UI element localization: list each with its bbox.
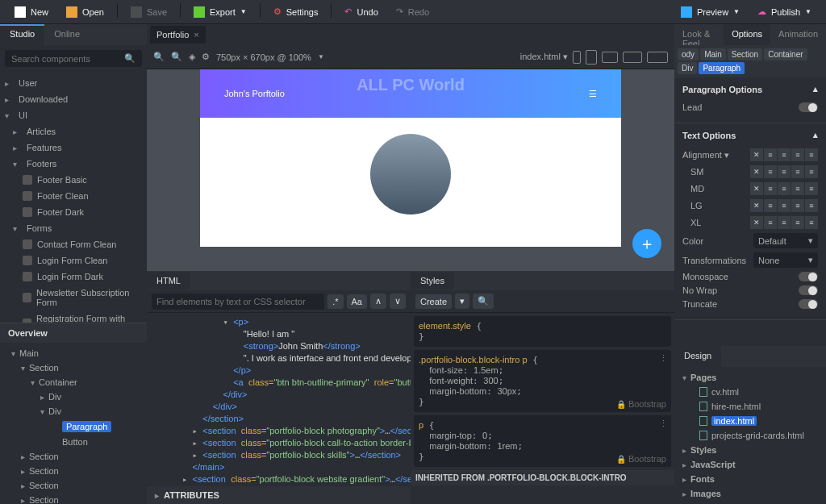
redo-button[interactable]: ↷Redo	[388, 3, 437, 21]
collapse-icon[interactable]: ▴	[813, 130, 818, 140]
device-tablet-icon[interactable]	[586, 50, 597, 65]
align-none[interactable]: ✕	[750, 148, 763, 161]
design-group[interactable]: Fonts	[674, 472, 826, 486]
tab-styles[interactable]: Styles	[411, 272, 454, 289]
crumb[interactable]: Section	[728, 48, 762, 60]
style-block-2[interactable]: ⋮ p { margin-top: 0; margin-bottom: 1rem…	[414, 415, 671, 467]
component-tree[interactable]: UserDownloadedUIArticlesFeaturesFootersF…	[0, 72, 147, 323]
component-item[interactable]: Login Form Dark	[0, 269, 147, 285]
lg-l[interactable]: ≡	[764, 199, 777, 212]
design-tree[interactable]: Pagescv.htmlhire-me.htmlindex.htmlprojec…	[674, 367, 826, 504]
component-item[interactable]: Newsletter Subscription Form	[0, 285, 147, 310]
save-button[interactable]: Save	[123, 3, 175, 21]
undo-button[interactable]: ↶Undo	[336, 3, 386, 21]
overview-item[interactable]: Div	[0, 389, 147, 404]
transformations-select[interactable]: None▾	[753, 252, 818, 268]
tab-html[interactable]: HTML	[147, 272, 190, 289]
lg-r[interactable]: ≡	[791, 199, 804, 212]
md-j[interactable]: ≡	[805, 182, 818, 195]
crumb[interactable]: Paragraph	[699, 62, 745, 74]
tab-online[interactable]: Online	[44, 24, 90, 45]
more-icon[interactable]: ⋮	[659, 353, 668, 364]
page-dropdown[interactable]: index.html ▾	[520, 52, 568, 62]
tab-look-feel[interactable]: Look & Feel	[674, 24, 724, 45]
overview-tree[interactable]: MainSectionContainerDivDivParagraphButto…	[0, 343, 147, 504]
prev-button[interactable]: ∧	[370, 294, 386, 309]
md-none[interactable]: ✕	[750, 182, 763, 195]
style-block-element[interactable]: element.style {}	[414, 316, 671, 347]
breadcrumb[interactable]: odyMainSectionContainerDivParagraph	[674, 45, 826, 77]
md-r[interactable]: ≡	[791, 182, 804, 195]
zoom-info[interactable]: 750px × 670px @ 100%	[216, 52, 311, 62]
html-code[interactable]: ▾ <p> "Hello! I am " <strong>John Smith<…	[147, 313, 411, 486]
new-button[interactable]: New	[6, 3, 56, 21]
attributes-header[interactable]: ATTRIBUTES	[147, 486, 411, 504]
preview-button[interactable]: Preview▼	[673, 3, 748, 21]
more-icon[interactable]: ⋮	[659, 419, 668, 429]
open-button[interactable]: Open	[58, 3, 112, 21]
xl-c[interactable]: ≡	[778, 216, 791, 229]
settings-button[interactable]: ⚙Settings	[265, 3, 327, 21]
sm-c[interactable]: ≡	[778, 165, 791, 178]
crumb[interactable]: Div	[678, 62, 697, 74]
device-mobile-icon[interactable]	[573, 51, 581, 64]
zoom-in-icon[interactable]: 🔍	[171, 52, 182, 62]
color-select[interactable]: Default▾	[753, 233, 818, 248]
align-justify[interactable]: ≡	[805, 148, 818, 161]
monospace-toggle[interactable]	[799, 272, 818, 281]
md-c[interactable]: ≡	[778, 182, 791, 195]
zoom-out-icon[interactable]: 🔍	[153, 52, 165, 62]
component-search[interactable]: 🔍	[5, 50, 142, 67]
md-l[interactable]: ≡	[764, 182, 777, 195]
xl-l[interactable]: ≡	[764, 216, 777, 229]
component-item[interactable]: Downloaded	[0, 91, 147, 107]
lg-j[interactable]: ≡	[805, 199, 818, 212]
component-item[interactable]: Footer Basic	[0, 172, 147, 188]
component-item[interactable]: Login Form Clean	[0, 252, 147, 269]
design-file[interactable]: cv.html	[674, 385, 826, 399]
layers-icon[interactable]: ◈	[189, 52, 195, 62]
overview-item[interactable]: Button	[0, 435, 147, 449]
crumb[interactable]: Main	[700, 48, 726, 60]
sm-j[interactable]: ≡	[805, 165, 818, 178]
truncate-toggle[interactable]	[799, 299, 818, 309]
align-center[interactable]: ≡	[778, 148, 791, 161]
overview-item[interactable]: Section	[0, 478, 147, 493]
hero-section[interactable]: John's Porftolio ☰ ALL PC World	[200, 69, 621, 118]
menu-icon[interactable]: ☰	[589, 89, 597, 99]
align-right[interactable]: ≡	[791, 148, 804, 161]
overview-item[interactable]: Section	[0, 449, 147, 464]
design-group[interactable]: Pages	[674, 370, 826, 385]
avatar[interactable]	[370, 134, 451, 215]
create-button[interactable]: Create	[415, 294, 452, 309]
export-button[interactable]: Export▼	[186, 3, 255, 21]
device-desktop-icon[interactable]	[623, 52, 642, 63]
xl-none[interactable]: ✕	[750, 216, 763, 229]
component-item[interactable]: Forms	[0, 220, 147, 236]
lg-c[interactable]: ≡	[778, 199, 791, 212]
overview-item[interactable]: Section	[0, 360, 147, 375]
device-wide-icon[interactable]	[647, 52, 668, 63]
sm-l[interactable]: ≡	[764, 165, 777, 178]
design-file[interactable]: projects-grid-cards.html	[674, 428, 826, 443]
crumb[interactable]: Container	[764, 48, 807, 60]
component-item[interactable]: Articles	[0, 123, 147, 140]
lead-toggle[interactable]	[799, 102, 818, 112]
device-laptop-icon[interactable]	[602, 52, 618, 63]
case-button[interactable]: Aa	[347, 294, 367, 309]
design-group[interactable]: Images	[674, 486, 826, 501]
style-block-1[interactable]: ⋮ .portfolio-block.block-intro p { font-…	[414, 350, 671, 412]
crumb[interactable]: ody	[678, 48, 699, 60]
sm-none[interactable]: ✕	[750, 165, 763, 178]
align-left[interactable]: ≡	[764, 148, 777, 161]
component-item[interactable]: Footer Clean	[0, 188, 147, 204]
overview-item[interactable]: Section	[0, 464, 147, 478]
overview-item[interactable]: Container	[0, 375, 147, 389]
tab-design[interactable]: Design	[674, 346, 721, 367]
html-find-input[interactable]	[152, 294, 324, 310]
nowrap-toggle[interactable]	[799, 285, 818, 295]
design-group[interactable]: Styles	[674, 443, 826, 457]
regex-button[interactable]: .*	[327, 294, 343, 309]
overview-item[interactable]: Main	[0, 346, 147, 360]
tab-options[interactable]: Options	[724, 24, 770, 45]
